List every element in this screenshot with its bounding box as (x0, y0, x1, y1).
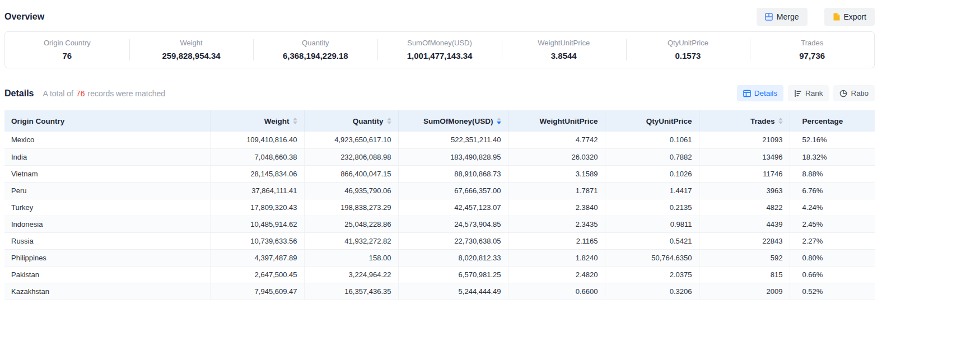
export-button[interactable]: Export (824, 8, 875, 26)
cell-weight-unit-price: 1.7871 (508, 182, 605, 199)
cell-quantity: 866,400,047.15 (304, 165, 398, 182)
view-button-label: Details (754, 89, 777, 97)
export-button-label: Export (844, 12, 866, 21)
summary-card-value: 3.8544 (502, 51, 626, 60)
table-header-row-container: Origin CountryWeightQuantitySumOfMoney(U… (4, 110, 875, 132)
ratio-icon (839, 90, 847, 97)
cell-weight: 109,410,816.40 (210, 132, 304, 148)
cell-origin-country: Peru (4, 182, 210, 199)
cell-weight: 2,647,500.45 (210, 266, 304, 283)
table-body: Mexico109,410,816.404,923,650,617.10522,… (4, 132, 875, 300)
details-table-icon (743, 90, 751, 97)
export-icon (833, 13, 840, 21)
cell-quantity: 4,923,650,617.10 (304, 132, 398, 148)
table-row: Vietnam28,145,834.06866,400,047.1588,910… (4, 165, 875, 182)
column-header-label: Quantity (353, 117, 384, 125)
cell-weight-unit-price: 2.4820 (508, 266, 605, 283)
summary-card-label: SumOfMoney(USD) (377, 39, 502, 47)
cell-sum-of-money-usd: 5,244,444.49 (398, 283, 508, 300)
table-row: Indonesia10,485,914.6225,048,228.8624,57… (4, 216, 875, 232)
cell-trades: 21093 (699, 132, 790, 148)
cell-qty-unit-price: 0.9811 (605, 216, 699, 232)
view-switch: DetailsRankRatio (737, 85, 875, 101)
summary-card-value: 76 (5, 51, 129, 60)
match-suffix: records were matched (88, 89, 166, 98)
cell-sum-of-money-usd: 67,666,357.00 (398, 182, 508, 199)
cell-percentage: 2.45% (790, 216, 875, 232)
match-count: 76 (76, 89, 85, 98)
table-header-row: Origin CountryWeightQuantitySumOfMoney(U… (4, 110, 875, 132)
summary-card-label: Weight (129, 39, 254, 47)
view-button-rank[interactable]: Rank (788, 85, 829, 101)
summary-card-value: 1,001,477,143.34 (377, 51, 502, 60)
view-button-ratio[interactable]: Ratio (833, 85, 875, 101)
table-row: Mexico109,410,816.404,923,650,617.10522,… (4, 132, 875, 148)
details-table: Origin CountryWeightQuantitySumOfMoney(U… (4, 110, 875, 300)
cell-trades: 11746 (699, 165, 790, 182)
view-button-label: Rank (805, 89, 823, 97)
cell-qty-unit-price: 0.3206 (605, 283, 699, 300)
cell-percentage: 2.27% (790, 232, 875, 249)
column-header-trades[interactable]: Trades (699, 110, 790, 132)
column-header-label: Percentage (802, 117, 843, 125)
cell-quantity: 41,932,272.82 (304, 232, 398, 249)
cell-weight-unit-price: 26.0320 (508, 148, 605, 165)
cell-weight: 4,397,487.89 (210, 249, 304, 266)
cell-quantity: 158.00 (304, 249, 398, 266)
cell-percentage: 8.88% (790, 165, 875, 182)
cell-qty-unit-price: 1.4417 (605, 182, 699, 199)
cell-quantity: 16,357,436.35 (304, 283, 398, 300)
cell-origin-country: Kazakhstan (4, 283, 210, 300)
cell-weight: 7,945,609.47 (210, 283, 304, 300)
cell-weight-unit-price: 4.7742 (508, 132, 605, 148)
cell-percentage: 0.66% (790, 266, 875, 283)
cell-weight: 17,809,320.43 (210, 199, 304, 216)
cell-weight: 10,739,633.56 (210, 232, 304, 249)
table-row: Kazakhstan7,945,609.4716,357,436.355,244… (4, 283, 875, 300)
cell-quantity: 3,224,964.22 (304, 266, 398, 283)
rank-icon (794, 90, 802, 97)
cell-percentage: 18.32% (790, 148, 875, 165)
cell-trades: 13496 (699, 148, 790, 165)
cell-trades: 22843 (699, 232, 790, 249)
cell-weight-unit-price: 2.3840 (508, 199, 605, 216)
summary-card-value: 0.1573 (626, 51, 750, 60)
column-header-quantity[interactable]: Quantity (304, 110, 398, 132)
cell-quantity: 232,806,088.98 (304, 148, 398, 165)
cell-qty-unit-price: 0.5421 (605, 232, 699, 249)
cell-origin-country: Turkey (4, 199, 210, 216)
column-header-weight[interactable]: Weight (210, 110, 304, 132)
sort-icon (778, 118, 783, 124)
cell-origin-country: Pakistan (4, 266, 210, 283)
summary-card-value: 97,736 (750, 51, 874, 60)
page-title: Overview (4, 12, 44, 22)
merge-icon (765, 13, 773, 21)
cell-percentage: 0.80% (790, 249, 875, 266)
column-header-label: Origin Country (11, 117, 64, 125)
column-header-label: Trades (750, 117, 775, 125)
cell-origin-country: Russia (4, 232, 210, 249)
cell-trades: 3963 (699, 182, 790, 199)
cell-qty-unit-price: 0.1061 (605, 132, 699, 148)
cell-qty-unit-price: 2.0375 (605, 266, 699, 283)
match-text: A total of76records were matched (43, 89, 165, 98)
summary-card-label: Origin Country (5, 39, 129, 47)
cell-trades: 4822 (699, 199, 790, 216)
cell-sum-of-money-usd: 8,020,812.33 (398, 249, 508, 266)
cell-percentage: 4.24% (790, 199, 875, 216)
view-button-details[interactable]: Details (737, 85, 783, 101)
column-header-sum-of-money-usd[interactable]: SumOfMoney(USD) (398, 110, 508, 132)
cell-qty-unit-price: 50,764.6350 (605, 249, 699, 266)
details-header: Details A total of76records were matched… (4, 85, 875, 101)
cell-origin-country: Mexico (4, 132, 210, 148)
cell-trades: 4439 (699, 216, 790, 232)
summary-card-label: QtyUnitPrice (626, 39, 750, 47)
merge-button[interactable]: Merge (757, 8, 808, 26)
column-header-weight-unit-price: WeightUnitPrice (508, 110, 605, 132)
column-header-label: SumOfMoney(USD) (423, 117, 493, 125)
cell-sum-of-money-usd: 183,490,828.95 (398, 148, 508, 165)
topbar: Overview Merge Export (4, 0, 875, 30)
sort-icon (497, 118, 501, 124)
cell-qty-unit-price: 0.1026 (605, 165, 699, 182)
summary-card: Origin Country76 (5, 32, 129, 68)
